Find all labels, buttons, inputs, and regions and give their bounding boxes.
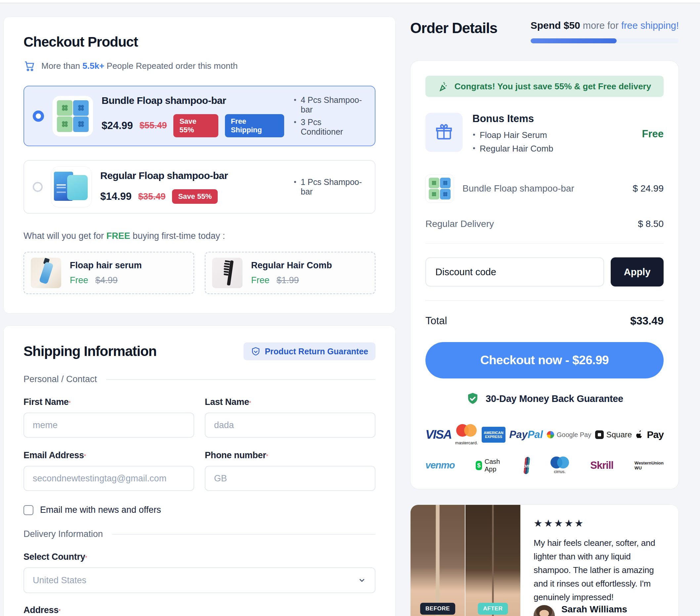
country-label: Select Country (24, 552, 85, 562)
product-features: 1 Pcs Shampoo-bar (293, 174, 365, 200)
last-name-input[interactable] (205, 413, 375, 438)
square-logo: Square (595, 430, 632, 439)
cirrus-logo: cirrus. (550, 456, 569, 474)
radio-bundle[interactable] (33, 111, 44, 122)
free-label: Free (70, 275, 88, 285)
apply-discount-button[interactable]: Apply (611, 257, 664, 287)
comb-image (212, 258, 242, 288)
bonus-item: Floap Hair Serum (472, 130, 632, 140)
shield-icon (251, 347, 261, 356)
cart-icon (24, 60, 35, 72)
social-count: 5.5k+ (83, 61, 104, 71)
delivery-name: Regular Delivery (425, 219, 494, 229)
skrill-logo: Skrill (590, 460, 613, 472)
bonus-items-title: Bonus Items (472, 113, 632, 125)
google-pay-logo: Google Pay (547, 431, 591, 439)
first-name-label: First Name (24, 397, 69, 407)
review-text: My hair feels cleaner, softer, and light… (534, 536, 665, 604)
phone-input[interactable] (205, 466, 375, 491)
first-name-input[interactable] (24, 413, 194, 438)
personal-contact-section: Personal / Contact (24, 374, 375, 385)
western-union-logo: WesternUnion WU (635, 461, 664, 470)
order-line-item: Bundle Floap shampoo-bar $ 24.99 (425, 174, 664, 203)
free-item-serum: Floap hair serum Free $4.99 (24, 252, 194, 294)
bonus-item: Regular Hair Comb (472, 143, 632, 154)
chevron-down-icon (358, 576, 366, 584)
product-return-guarantee-badge[interactable]: Product Return Guarantee (243, 342, 375, 360)
product-option-regular[interactable]: Regular Floap shampoo-bar $14.99 $35.49 … (24, 160, 375, 214)
delivery-price: $ 8.50 (638, 219, 664, 229)
product-old-price: $35.49 (138, 191, 166, 202)
apple-pay-logo: Pay (636, 429, 664, 440)
free-shipping-badge: Free Shipping (225, 114, 284, 137)
review-stars: ★★★★★ (534, 517, 665, 529)
phone-label: Phone number (205, 450, 266, 460)
discount-code-input[interactable] (425, 257, 604, 287)
shipping-progress-bar (530, 38, 679, 43)
product-name: Regular Floap shampoo-bar (100, 170, 284, 181)
order-item-image (425, 174, 454, 203)
shipping-information-card: Shipping Information Product Return Guar… (3, 326, 396, 616)
newsletter-checkbox[interactable] (24, 505, 34, 515)
free-item-name: Floap hair serum (70, 260, 142, 271)
shield-check-icon (466, 392, 480, 406)
congrats-banner: Congrats! You just save 55% & get Free d… (425, 76, 664, 97)
feature-item: 4 Pcs Shampoo-bar (293, 95, 365, 114)
square-icon (595, 430, 604, 439)
after-badge: AFTER (478, 603, 508, 615)
free-item-comb: Regular Hair Comb Free $1.99 (205, 252, 375, 294)
venmo-logo: venmo (425, 460, 454, 471)
divider (425, 300, 664, 301)
product-price: $14.99 (100, 191, 132, 202)
visa-logo: VISA (425, 428, 451, 442)
gift-icon (434, 123, 453, 142)
checkout-now-button[interactable]: Checkout now - $26.99 (425, 342, 664, 378)
top-bar (0, 0, 700, 3)
delivery-line-item: Regular Delivery $ 8.50 (425, 219, 664, 229)
free-item-name: Regular Hair Comb (251, 260, 332, 271)
order-summary-card: Congrats! You just save 55% & get Free d… (410, 61, 679, 489)
reviewer-name: Sarah Williams (561, 604, 627, 615)
money-back-guarantee: 30-Day Money Back Guarantee (425, 392, 664, 406)
order-item-price: $ 24.99 (633, 183, 664, 194)
product-option-bundle[interactable]: Bundle Floap shampoo-bar $24.99 $55.49 S… (24, 86, 375, 146)
apple-icon (636, 430, 645, 440)
delivery-information-section: Delivery Information (24, 529, 375, 539)
testimonial-card: BEFORE AFTER ★★★★★ My hair feels cleaner… (410, 504, 679, 616)
save-badge: Save 55% (172, 189, 218, 204)
before-badge: BEFORE (420, 603, 455, 615)
bonus-free-label: Free (642, 128, 664, 140)
payment-methods-row-1: VISA mastercard. AMERICAN EXPRESS PayPal… (425, 424, 664, 445)
divider (425, 243, 664, 243)
shipping-progress-fill (530, 38, 617, 43)
before-photo: BEFORE (411, 505, 465, 616)
country-select[interactable]: United States (24, 567, 375, 593)
address-label: Address (24, 605, 59, 615)
checkout-product-title: Checkout Product (24, 34, 375, 50)
party-popper-icon (438, 81, 449, 92)
free-old-price: $4.99 (95, 275, 118, 285)
checkout-product-card: Checkout Product More than 5.5k+ People … (3, 16, 396, 314)
newsletter-label: Email me with news and offers (40, 505, 161, 515)
email-label: Email Address (24, 450, 84, 460)
shipping-title: Shipping Information (24, 343, 157, 359)
total-value: $33.49 (630, 315, 664, 327)
google-icon (547, 431, 554, 438)
checkout-page: Checkout Product More than 5.5k+ People … (0, 3, 700, 615)
radio-regular[interactable] (33, 182, 43, 192)
order-details-title: Order Details (410, 20, 497, 36)
free-items-heading: What will you get for FREE buying first-… (24, 231, 375, 241)
payment-methods-row-2: venmo $ Cash App UnionPay cirrus. Skrill… (425, 456, 664, 474)
product-price: $24.99 (102, 120, 133, 132)
total-label: Total (425, 315, 447, 327)
unionpay-logo: UnionPay (523, 457, 530, 474)
email-input[interactable] (24, 466, 194, 491)
reviewer-avatar (534, 605, 555, 616)
amex-logo: AMERICAN EXPRESS (482, 427, 505, 443)
cash-app-logo: $ Cash App (476, 458, 503, 473)
mastercard-logo: mastercard. (455, 424, 478, 445)
free-old-price: $1.99 (277, 275, 299, 285)
order-item-name: Bundle Floap shampoo-bar (462, 183, 624, 194)
bundle-product-image (53, 96, 93, 136)
product-features: 4 Pcs Shampoo-bar 3 Pcs Conditioner (293, 92, 365, 140)
